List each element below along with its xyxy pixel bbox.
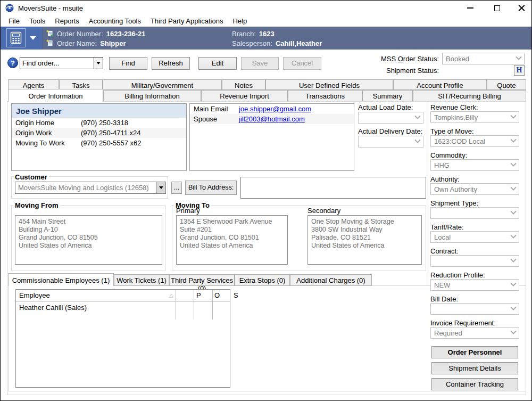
customer-dropdown-button[interactable] — [156, 182, 165, 193]
status-history-button[interactable]: H — [514, 65, 525, 76]
maximize-button[interactable] — [488, 2, 506, 14]
contract-select[interactable] — [430, 255, 519, 267]
menu-file[interactable]: File — [4, 16, 24, 26]
tab-order-information[interactable]: Order Information — [8, 89, 103, 102]
spouse-email-link[interactable]: jill2003@hotmail.com — [239, 115, 305, 123]
menu-help[interactable]: Help — [228, 16, 252, 26]
order-name-value: Shipper — [100, 39, 126, 47]
menu-tools[interactable]: Tools — [24, 16, 50, 26]
moving-from-address: 454 Main Street Building A-10 Grand Junc… — [15, 215, 162, 265]
revenue-clerk-select[interactable]: Tompkins,Billy — [430, 111, 519, 123]
edit-button[interactable]: Edit — [198, 57, 237, 70]
tab-billing-information[interactable]: Billing Information — [103, 90, 201, 102]
close-button[interactable] — [512, 2, 530, 14]
actual-load-date-select[interactable] — [358, 112, 423, 124]
shipment-details-button[interactable]: Shipment Details — [431, 362, 518, 374]
column-header-employee[interactable]: Employee — [19, 291, 50, 299]
find-order-dropdown-button[interactable] — [94, 58, 103, 69]
shipment-status-label: Shipment Status: — [348, 67, 439, 75]
chevron-down-icon — [510, 161, 516, 167]
tab-third-party-services[interactable]: Third Party Services (0) — [169, 274, 235, 286]
tab-commissionable-employees[interactable]: Commissionable Employees (1) — [8, 273, 114, 286]
phone-row: Moving To Work(970) 250-5557 x62 — [12, 138, 186, 148]
menu-accounting-tools[interactable]: Accounting Tools — [84, 16, 146, 26]
chevron-down-icon — [510, 329, 516, 334]
tab-account-profile[interactable]: Account Profile — [393, 79, 487, 90]
invoice-requirement-label: Invoice Requirement: — [430, 319, 496, 327]
order-name-label: Order Name: — [57, 39, 97, 47]
actual-delivery-date-label: Actual Delivery Date: — [358, 127, 422, 135]
save-button[interactable]: Save — [241, 57, 279, 70]
contact-panel: Joe Shipper Origin Home(970) 250-3318 Or… — [11, 103, 187, 171]
column-header-p[interactable]: P — [196, 291, 201, 299]
tab-sit-recurring-billing[interactable]: SIT/Recurring Billing — [413, 90, 526, 102]
tab-extra-stops[interactable]: Extra Stops (0) — [235, 274, 290, 286]
tariff-rate-label: Tariff/Rate: — [430, 223, 464, 231]
tab-user-defined-fields[interactable]: User Defined Fields — [265, 79, 393, 90]
shipment-type-select[interactable] — [430, 207, 519, 219]
tab-revenue-import[interactable]: Revenue Import — [201, 90, 288, 102]
customer-group-label: Customer — [13, 173, 49, 181]
chevron-down-icon — [510, 185, 516, 191]
mss-order-status-select[interactable]: Booked — [442, 53, 525, 64]
bill-to-address-button[interactable]: Bill To Address: — [185, 181, 237, 195]
customer-ellipsis-button[interactable]: ... — [171, 182, 182, 194]
help-icon[interactable]: ? — [7, 58, 18, 68]
bill-date-label: Bill Date: — [430, 295, 458, 303]
minimize-button[interactable] — [461, 2, 479, 14]
email-panel: Main Email joe.shipper@gmail.com Spouse … — [189, 103, 354, 171]
phone-row: Origin Work(970) 250-4711 x24 — [12, 128, 186, 138]
find-order-combo[interactable] — [20, 57, 103, 69]
header-accent-block — [1, 27, 43, 50]
menu-third-party-applications[interactable]: Third Party Applications — [146, 16, 228, 26]
invoice-requirement-select[interactable]: Required — [430, 327, 519, 339]
tab-additional-charges[interactable]: Additional Charges (0) — [290, 274, 372, 286]
column-header-o[interactable]: O — [214, 291, 220, 299]
title-bar: MoversSuite - msuite — [1, 1, 531, 15]
moving-to-primary-label: Primary — [176, 207, 200, 215]
chevron-down-icon — [414, 113, 420, 119]
order-name-icon — [46, 39, 54, 47]
bill-date-select[interactable] — [430, 303, 519, 315]
column-header-s[interactable]: S — [234, 291, 238, 299]
employees-table-header: Employee △ P O S — [16, 290, 230, 301]
moving-to-secondary-label: Secondary — [307, 207, 340, 215]
salesperson-label: Salesperson: — [232, 39, 272, 47]
refresh-button[interactable]: Refresh — [152, 57, 190, 70]
cancel-button[interactable]: Cancel — [283, 57, 321, 70]
find-order-input[interactable] — [20, 58, 94, 69]
chevron-down-icon — [510, 257, 516, 263]
container-tracking-button[interactable]: Container Tracking — [431, 378, 518, 390]
tariff-rate-select[interactable]: Local — [430, 231, 519, 243]
header-dropdown-caret-icon[interactable] — [30, 36, 36, 40]
authority-label: Authority: — [430, 175, 460, 183]
authority-select[interactable]: Own Authority — [430, 183, 519, 195]
tab-tasks[interactable]: Tasks — [59, 79, 103, 90]
mss-order-status-label: MSS Order Status: — [348, 55, 439, 63]
reduction-profile-select[interactable]: NEW — [430, 279, 519, 291]
tab-work-tickets[interactable]: Work Tickets (1) — [114, 274, 169, 286]
chevron-down-icon — [510, 281, 516, 287]
tab-agents[interactable]: Agents — [8, 79, 59, 90]
table-row-employee-name[interactable]: Heather Cahill (Sales) — [19, 304, 87, 312]
tab-notes[interactable]: Notes — [222, 79, 265, 90]
order-number-label: Order Number: — [57, 30, 103, 38]
commodity-select[interactable]: HHG — [430, 159, 519, 171]
type-of-move-select[interactable]: 1623:COD Local — [430, 135, 519, 147]
order-personnel-button[interactable]: Order Personnel — [431, 346, 518, 358]
chevron-down-icon — [414, 137, 420, 143]
actual-load-date-label: Actual Load Date: — [358, 103, 413, 111]
menu-reports[interactable]: Reports — [50, 16, 84, 26]
calculator-button[interactable] — [6, 28, 26, 47]
close-icon — [518, 4, 525, 12]
branch-value: 1623 — [259, 30, 275, 38]
window-title: MoversSuite - msuite — [18, 4, 83, 12]
tab-transactions[interactable]: Transactions — [288, 90, 362, 102]
tab-quote[interactable]: Quote — [487, 79, 526, 90]
tab-summary[interactable]: Summary — [362, 90, 413, 102]
tab-military-government[interactable]: Military/Government — [103, 79, 222, 90]
actual-delivery-date-select[interactable] — [358, 136, 423, 148]
find-button[interactable]: Find — [109, 57, 147, 70]
customer-select[interactable]: MoversSuite Moving and Logistics (12658) — [15, 182, 166, 194]
main-email-link[interactable]: joe.shipper@gmail.com — [239, 105, 311, 113]
